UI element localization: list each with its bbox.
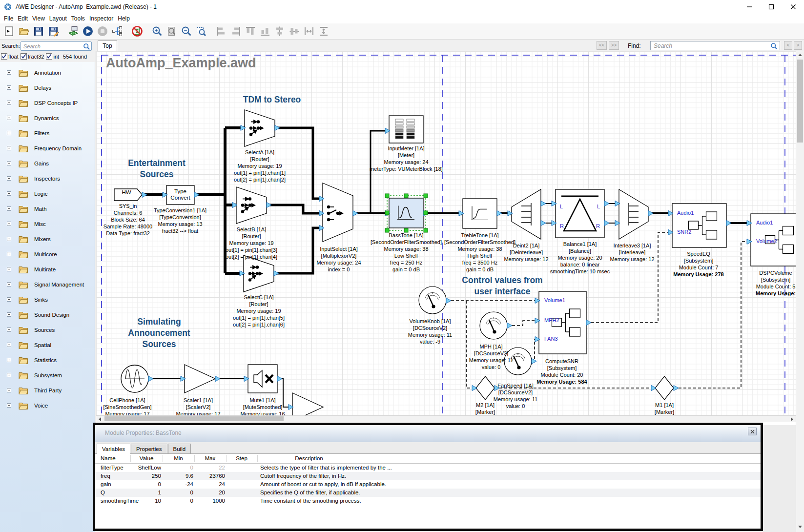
table-row[interactable]: Q1020Specifies the Q of the filter, if a…: [95, 489, 761, 497]
module-basstone[interactable]: [385, 198, 428, 228]
menu-file[interactable]: File: [4, 15, 18, 22]
sidebar-item-logic[interactable]: Logic: [0, 186, 95, 201]
play-button[interactable]: [81, 24, 95, 38]
canvas-content[interactable]: AutoAmp_Example.awd SYS_inChannels: 6Blo…: [96, 51, 796, 415]
align-center-v-button[interactable]: [288, 24, 301, 38]
sidebar-item-third-party[interactable]: Third Party: [0, 383, 95, 398]
selection-handle[interactable]: [404, 194, 408, 198]
vertical-scroll-thumb[interactable]: [797, 60, 803, 143]
sidebar-item-delays[interactable]: Delays: [0, 80, 95, 95]
table-row[interactable]: filterTypeShelfLow022Selects the type of…: [95, 464, 761, 472]
close-icon[interactable]: [748, 428, 757, 435]
scroll-left-button[interactable]: <: [784, 41, 792, 50]
scroll-left-icon[interactable]: [99, 417, 101, 421]
save-button[interactable]: [32, 24, 45, 38]
sidebar-item-signal-management[interactable]: Signal Management: [0, 277, 95, 292]
sidebar-item-dsp-concepts-ip[interactable]: DSP Concepts IP: [0, 95, 95, 110]
zoom-fit-button[interactable]: [165, 24, 179, 38]
module-selectb[interactable]: [232, 187, 271, 224]
module-trebletone[interactable]: [459, 199, 502, 228]
expand-plus-icon[interactable]: [7, 161, 11, 165]
module-mph[interactable]: [480, 312, 512, 339]
minimize-button[interactable]: [738, 0, 760, 14]
space-h-button[interactable]: [302, 24, 316, 38]
sidebar-item-annotation[interactable]: Annotation: [0, 65, 95, 80]
table-row[interactable]: gain0-2424Amount of boost or cut to appl…: [95, 480, 761, 489]
sidebar-item-mixers[interactable]: Mixers: [0, 231, 95, 246]
expand-plus-icon[interactable]: [7, 343, 11, 347]
selection-handle[interactable]: [385, 211, 389, 215]
sidebar-item-sound-design[interactable]: Sound Design: [0, 307, 95, 322]
module-cellphone[interactable]: [121, 365, 153, 392]
align-bottom-button[interactable]: [258, 24, 272, 38]
align-left-button[interactable]: [214, 24, 228, 38]
menu-layout[interactable]: Layout: [49, 15, 71, 22]
module-interleave3[interactable]: [615, 189, 653, 239]
expand-plus-icon[interactable]: [7, 282, 11, 286]
sidebar-item-misc[interactable]: Misc: [0, 216, 95, 231]
sidebar-item-voice[interactable]: Voice: [0, 398, 95, 413]
selection-handle[interactable]: [424, 228, 428, 232]
horizontal-scrollbar[interactable]: [96, 415, 796, 422]
panel-header[interactable]: Module Properties: BassTone: [95, 425, 761, 442]
sidebar-item-sources[interactable]: Sources: [0, 322, 95, 337]
align-center-h-button[interactable]: [273, 24, 287, 38]
expand-plus-icon[interactable]: [7, 131, 11, 135]
selection-handle[interactable]: [424, 194, 428, 198]
module-selectc[interactable]: [240, 255, 279, 292]
module-deint2[interactable]: [508, 189, 546, 239]
build-target-button[interactable]: [66, 24, 80, 38]
expand-plus-icon[interactable]: [7, 252, 11, 256]
new-file-button[interactable]: [2, 24, 16, 38]
filter-float-checkbox[interactable]: float: [1, 53, 19, 61]
zoom-in-button[interactable]: [150, 24, 164, 38]
menu-inspector[interactable]: Inspector: [89, 15, 118, 22]
selection-handle[interactable]: [385, 194, 389, 198]
menu-tools[interactable]: Tools: [71, 15, 89, 22]
find-next-button[interactable]: >>: [609, 41, 619, 50]
scroll-down-icon[interactable]: [798, 526, 802, 528]
find-input[interactable]: [650, 41, 780, 50]
module-mute1[interactable]: [244, 365, 282, 393]
module-scaler2[interactable]: [289, 393, 323, 415]
expand-plus-icon[interactable]: [7, 85, 11, 90]
sidebar-item-frequency-domain[interactable]: Frequency Domain: [0, 141, 95, 156]
align-right-button[interactable]: [229, 24, 243, 38]
expand-plus-icon[interactable]: [7, 327, 11, 332]
halt-audio-button[interactable]: [130, 24, 144, 38]
module-balance1[interactable]: [552, 189, 609, 238]
find-prev-button[interactable]: <<: [597, 41, 607, 50]
module-inputselect[interactable]: [319, 183, 358, 242]
zoom-out-button[interactable]: [180, 24, 193, 38]
sidebar-item-subsystem[interactable]: Subsystem: [0, 368, 95, 383]
maximize-button[interactable]: [760, 0, 782, 14]
expand-plus-icon[interactable]: [7, 237, 11, 241]
table-row[interactable]: smoothingTime1001000Time constant of the…: [95, 497, 761, 505]
sidebar-item-multirate[interactable]: Multirate: [0, 262, 95, 277]
stop-button[interactable]: [96, 24, 109, 38]
sidebar-item-filters[interactable]: Filters: [0, 125, 95, 141]
module-m1[interactable]: [651, 376, 679, 400]
menu-view[interactable]: View: [32, 15, 49, 22]
sidebar-item-multicore[interactable]: Multicore: [0, 246, 95, 262]
module-inputmeter[interactable]: [385, 116, 423, 143]
sidebar-item-spatial[interactable]: Spatial: [0, 337, 95, 352]
menu-help[interactable]: Help: [118, 15, 134, 22]
selection-handle[interactable]: [424, 211, 428, 215]
expand-plus-icon[interactable]: [7, 116, 11, 120]
tab-top[interactable]: Top: [98, 41, 117, 51]
expand-plus-icon[interactable]: [7, 146, 11, 150]
space-v-button[interactable]: [317, 24, 330, 38]
expand-plus-icon[interactable]: [7, 101, 11, 105]
expand-plus-icon[interactable]: [7, 297, 11, 302]
tab-properties[interactable]: Properties: [131, 444, 167, 453]
sidebar-item-inspectors[interactable]: Inspectors: [0, 171, 95, 186]
table-row[interactable]: freq2509.623760Cutoff frequency of the f…: [95, 472, 761, 480]
zoom-region-button[interactable]: [194, 24, 208, 38]
sidebar-item-sinks[interactable]: Sinks: [0, 292, 95, 307]
open-file-button[interactable]: [17, 24, 31, 38]
sidebar-item-dynamics[interactable]: Dynamics: [0, 110, 95, 125]
expand-plus-icon[interactable]: [7, 312, 11, 317]
expand-plus-icon[interactable]: [7, 358, 11, 362]
module-scaler1[interactable]: [181, 365, 220, 393]
